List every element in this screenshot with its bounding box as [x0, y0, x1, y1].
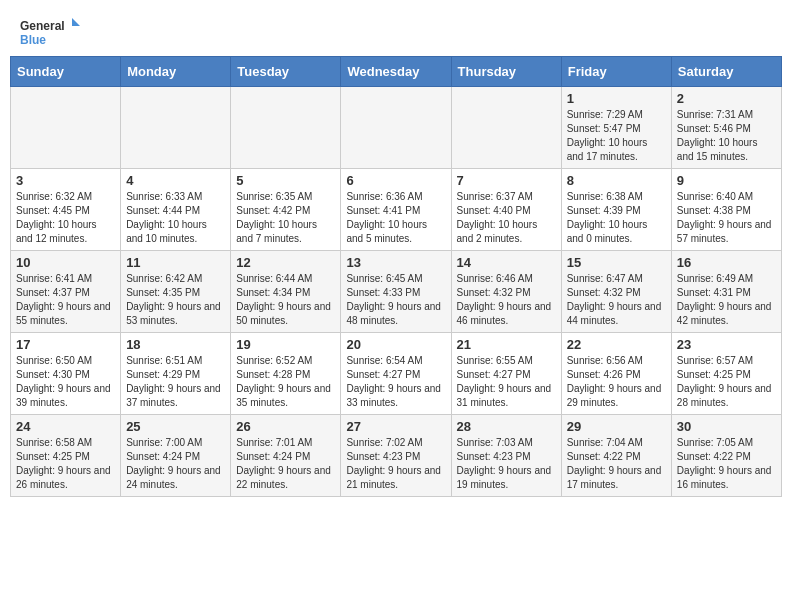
day-info: Sunrise: 6:44 AM Sunset: 4:34 PM Dayligh…	[236, 272, 335, 328]
day-info: Sunrise: 7:31 AM Sunset: 5:46 PM Dayligh…	[677, 108, 776, 164]
day-number: 24	[16, 419, 115, 434]
day-number: 16	[677, 255, 776, 270]
calendar-row-4: 24Sunrise: 6:58 AM Sunset: 4:25 PM Dayli…	[11, 415, 782, 497]
day-info: Sunrise: 6:35 AM Sunset: 4:42 PM Dayligh…	[236, 190, 335, 246]
header-day-monday: Monday	[121, 57, 231, 87]
header-day-friday: Friday	[561, 57, 671, 87]
day-info: Sunrise: 6:38 AM Sunset: 4:39 PM Dayligh…	[567, 190, 666, 246]
day-number: 15	[567, 255, 666, 270]
calendar-wrapper: SundayMondayTuesdayWednesdayThursdayFrid…	[0, 56, 792, 507]
calendar-cell-2-3: 13Sunrise: 6:45 AM Sunset: 4:33 PM Dayli…	[341, 251, 451, 333]
calendar-cell-1-3: 6Sunrise: 6:36 AM Sunset: 4:41 PM Daylig…	[341, 169, 451, 251]
calendar-cell-0-6: 2Sunrise: 7:31 AM Sunset: 5:46 PM Daylig…	[671, 87, 781, 169]
day-info: Sunrise: 6:56 AM Sunset: 4:26 PM Dayligh…	[567, 354, 666, 410]
day-number: 5	[236, 173, 335, 188]
day-info: Sunrise: 7:04 AM Sunset: 4:22 PM Dayligh…	[567, 436, 666, 492]
day-number: 2	[677, 91, 776, 106]
calendar-cell-2-6: 16Sunrise: 6:49 AM Sunset: 4:31 PM Dayli…	[671, 251, 781, 333]
calendar-cell-2-4: 14Sunrise: 6:46 AM Sunset: 4:32 PM Dayli…	[451, 251, 561, 333]
svg-marker-2	[72, 18, 80, 26]
day-info: Sunrise: 6:40 AM Sunset: 4:38 PM Dayligh…	[677, 190, 776, 246]
calendar-cell-0-0	[11, 87, 121, 169]
day-number: 23	[677, 337, 776, 352]
header-day-sunday: Sunday	[11, 57, 121, 87]
calendar-cell-3-0: 17Sunrise: 6:50 AM Sunset: 4:30 PM Dayli…	[11, 333, 121, 415]
day-number: 26	[236, 419, 335, 434]
calendar-cell-0-2	[231, 87, 341, 169]
svg-text:General: General	[20, 19, 65, 33]
day-number: 9	[677, 173, 776, 188]
calendar-cell-4-5: 29Sunrise: 7:04 AM Sunset: 4:22 PM Dayli…	[561, 415, 671, 497]
calendar-cell-3-5: 22Sunrise: 6:56 AM Sunset: 4:26 PM Dayli…	[561, 333, 671, 415]
calendar-cell-4-4: 28Sunrise: 7:03 AM Sunset: 4:23 PM Dayli…	[451, 415, 561, 497]
calendar-cell-1-5: 8Sunrise: 6:38 AM Sunset: 4:39 PM Daylig…	[561, 169, 671, 251]
day-info: Sunrise: 6:41 AM Sunset: 4:37 PM Dayligh…	[16, 272, 115, 328]
day-info: Sunrise: 6:57 AM Sunset: 4:25 PM Dayligh…	[677, 354, 776, 410]
svg-text:Blue: Blue	[20, 33, 46, 47]
calendar-cell-3-3: 20Sunrise: 6:54 AM Sunset: 4:27 PM Dayli…	[341, 333, 451, 415]
day-number: 17	[16, 337, 115, 352]
calendar-cell-2-5: 15Sunrise: 6:47 AM Sunset: 4:32 PM Dayli…	[561, 251, 671, 333]
calendar-cell-0-4	[451, 87, 561, 169]
day-info: Sunrise: 6:49 AM Sunset: 4:31 PM Dayligh…	[677, 272, 776, 328]
day-number: 8	[567, 173, 666, 188]
day-info: Sunrise: 7:29 AM Sunset: 5:47 PM Dayligh…	[567, 108, 666, 164]
day-info: Sunrise: 7:05 AM Sunset: 4:22 PM Dayligh…	[677, 436, 776, 492]
day-number: 6	[346, 173, 445, 188]
day-info: Sunrise: 6:50 AM Sunset: 4:30 PM Dayligh…	[16, 354, 115, 410]
calendar-row-1: 3Sunrise: 6:32 AM Sunset: 4:45 PM Daylig…	[11, 169, 782, 251]
day-info: Sunrise: 6:42 AM Sunset: 4:35 PM Dayligh…	[126, 272, 225, 328]
calendar-cell-1-0: 3Sunrise: 6:32 AM Sunset: 4:45 PM Daylig…	[11, 169, 121, 251]
day-number: 13	[346, 255, 445, 270]
day-info: Sunrise: 6:32 AM Sunset: 4:45 PM Dayligh…	[16, 190, 115, 246]
page-header: General Blue	[0, 0, 792, 56]
day-number: 1	[567, 91, 666, 106]
logo-icon: General Blue	[20, 16, 80, 48]
calendar-cell-1-2: 5Sunrise: 6:35 AM Sunset: 4:42 PM Daylig…	[231, 169, 341, 251]
calendar-cell-0-1	[121, 87, 231, 169]
calendar-cell-4-0: 24Sunrise: 6:58 AM Sunset: 4:25 PM Dayli…	[11, 415, 121, 497]
day-info: Sunrise: 7:00 AM Sunset: 4:24 PM Dayligh…	[126, 436, 225, 492]
calendar-cell-3-6: 23Sunrise: 6:57 AM Sunset: 4:25 PM Dayli…	[671, 333, 781, 415]
day-info: Sunrise: 6:46 AM Sunset: 4:32 PM Dayligh…	[457, 272, 556, 328]
calendar-table: SundayMondayTuesdayWednesdayThursdayFrid…	[10, 56, 782, 497]
day-number: 25	[126, 419, 225, 434]
calendar-cell-0-3	[341, 87, 451, 169]
day-info: Sunrise: 7:01 AM Sunset: 4:24 PM Dayligh…	[236, 436, 335, 492]
day-info: Sunrise: 7:02 AM Sunset: 4:23 PM Dayligh…	[346, 436, 445, 492]
day-number: 14	[457, 255, 556, 270]
calendar-cell-2-2: 12Sunrise: 6:44 AM Sunset: 4:34 PM Dayli…	[231, 251, 341, 333]
calendar-cell-3-1: 18Sunrise: 6:51 AM Sunset: 4:29 PM Dayli…	[121, 333, 231, 415]
calendar-cell-1-4: 7Sunrise: 6:37 AM Sunset: 4:40 PM Daylig…	[451, 169, 561, 251]
calendar-cell-2-1: 11Sunrise: 6:42 AM Sunset: 4:35 PM Dayli…	[121, 251, 231, 333]
header-day-tuesday: Tuesday	[231, 57, 341, 87]
day-info: Sunrise: 6:55 AM Sunset: 4:27 PM Dayligh…	[457, 354, 556, 410]
day-number: 4	[126, 173, 225, 188]
calendar-cell-3-4: 21Sunrise: 6:55 AM Sunset: 4:27 PM Dayli…	[451, 333, 561, 415]
calendar-row-0: 1Sunrise: 7:29 AM Sunset: 5:47 PM Daylig…	[11, 87, 782, 169]
calendar-cell-4-1: 25Sunrise: 7:00 AM Sunset: 4:24 PM Dayli…	[121, 415, 231, 497]
day-info: Sunrise: 6:58 AM Sunset: 4:25 PM Dayligh…	[16, 436, 115, 492]
day-number: 18	[126, 337, 225, 352]
day-info: Sunrise: 6:36 AM Sunset: 4:41 PM Dayligh…	[346, 190, 445, 246]
day-number: 28	[457, 419, 556, 434]
day-number: 20	[346, 337, 445, 352]
day-number: 10	[16, 255, 115, 270]
calendar-cell-4-2: 26Sunrise: 7:01 AM Sunset: 4:24 PM Dayli…	[231, 415, 341, 497]
day-number: 7	[457, 173, 556, 188]
calendar-cell-2-0: 10Sunrise: 6:41 AM Sunset: 4:37 PM Dayli…	[11, 251, 121, 333]
calendar-row-3: 17Sunrise: 6:50 AM Sunset: 4:30 PM Dayli…	[11, 333, 782, 415]
header-day-thursday: Thursday	[451, 57, 561, 87]
calendar-cell-0-5: 1Sunrise: 7:29 AM Sunset: 5:47 PM Daylig…	[561, 87, 671, 169]
header-day-saturday: Saturday	[671, 57, 781, 87]
day-info: Sunrise: 6:51 AM Sunset: 4:29 PM Dayligh…	[126, 354, 225, 410]
day-number: 19	[236, 337, 335, 352]
calendar-cell-4-6: 30Sunrise: 7:05 AM Sunset: 4:22 PM Dayli…	[671, 415, 781, 497]
calendar-body: 1Sunrise: 7:29 AM Sunset: 5:47 PM Daylig…	[11, 87, 782, 497]
logo: General Blue	[20, 16, 80, 48]
day-number: 3	[16, 173, 115, 188]
calendar-cell-3-2: 19Sunrise: 6:52 AM Sunset: 4:28 PM Dayli…	[231, 333, 341, 415]
calendar-cell-1-6: 9Sunrise: 6:40 AM Sunset: 4:38 PM Daylig…	[671, 169, 781, 251]
day-number: 30	[677, 419, 776, 434]
day-number: 21	[457, 337, 556, 352]
